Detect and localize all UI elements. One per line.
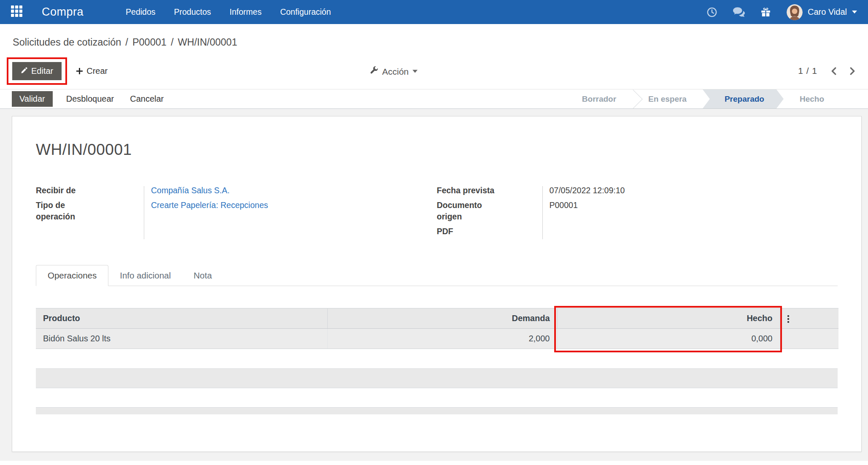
- breadcrumb: Solicitudes de cotización/P00001/WH/IN/0…: [0, 24, 868, 54]
- activities-clock-icon[interactable]: [707, 7, 717, 17]
- pager: 1 / 1: [798, 66, 855, 76]
- empty-section-bar: [36, 368, 838, 388]
- grid-icon: [11, 5, 22, 19]
- stage-borrador[interactable]: Borrador: [566, 89, 632, 108]
- unlock-button[interactable]: Desbloquear: [64, 90, 116, 108]
- pdf-value: [542, 226, 550, 237]
- notebook-tabs: Operaciones Info adicional Nota: [36, 265, 838, 286]
- stage-en-espera[interactable]: En espera: [632, 89, 703, 108]
- menu-pedidos[interactable]: Pedidos: [126, 7, 155, 17]
- operations-table: Producto Demanda Hecho Bidón Salus 20 lt…: [36, 308, 838, 349]
- partner-link[interactable]: Compañía Salus S.A.: [144, 185, 229, 196]
- tab-info-adicional[interactable]: Info adicional: [108, 265, 182, 286]
- pencil-icon: [21, 66, 27, 76]
- table-header-row: Producto Demanda Hecho: [36, 308, 838, 329]
- create-button[interactable]: Crear: [74, 62, 110, 80]
- edit-button[interactable]: Editar: [12, 62, 62, 80]
- cell-producto: Bidón Salus 20 lts: [36, 329, 327, 349]
- field-pdf: PDF: [437, 226, 838, 237]
- field-documento-origen: Documento origen P00001: [437, 200, 838, 222]
- page-body: WH/IN/00001 Recibir de Compañía Salus S.…: [0, 109, 868, 461]
- cancel-button[interactable]: Cancelar: [127, 90, 166, 108]
- column-header-producto[interactable]: Producto: [36, 308, 327, 329]
- tab-nota[interactable]: Nota: [182, 265, 223, 286]
- messages-chat-icon[interactable]: [733, 7, 745, 17]
- main-menu: Pedidos Productos Informes Configuración: [126, 7, 331, 17]
- empty-section-bar: [36, 407, 838, 414]
- field-separator-line: [144, 186, 144, 239]
- apps-menu-button[interactable]: [11, 5, 22, 19]
- cell-extra: [780, 329, 838, 349]
- chevron-down-icon: [852, 11, 857, 14]
- menu-informes[interactable]: Informes: [229, 7, 261, 17]
- plus-icon: [76, 68, 83, 74]
- menu-configuracion[interactable]: Configuración: [280, 7, 331, 17]
- operation-type-link[interactable]: Crearte Papelería: Recepciones: [144, 200, 268, 222]
- action-menu-button[interactable]: Acción: [370, 66, 418, 77]
- control-panel: Editar Crear Acción 1 / 1: [0, 54, 868, 89]
- source-document-value: P00001: [542, 200, 578, 222]
- avatar: [787, 4, 803, 20]
- field-recibir-de: Recibir de Compañía Salus S.A.: [36, 185, 437, 196]
- validate-button[interactable]: Validar: [12, 91, 53, 107]
- optional-columns-icon[interactable]: [787, 314, 790, 323]
- field-tipo-operacion: Tipo de operación Crearte Papelería: Rec…: [36, 200, 437, 222]
- stage-preparado[interactable]: Preparado: [703, 89, 784, 108]
- user-menu[interactable]: Caro Vidal: [787, 4, 857, 20]
- cell-demanda: 2,000: [327, 329, 557, 349]
- record-title: WH/IN/00001: [36, 141, 838, 159]
- user-name: Caro Vidal: [808, 7, 847, 17]
- form-sheet: WH/IN/00001 Recibir de Compañía Salus S.…: [12, 116, 862, 452]
- tab-operaciones[interactable]: Operaciones: [36, 265, 108, 286]
- field-fecha-prevista: Fecha prevista 07/05/2022 12:09:10: [437, 185, 838, 196]
- gift-icon[interactable]: [761, 7, 771, 17]
- cell-hecho: 0,000: [557, 329, 780, 349]
- table-row[interactable]: Bidón Salus 20 lts 2,000 0,000: [36, 329, 838, 349]
- chevron-down-icon: [412, 70, 418, 73]
- menu-productos[interactable]: Productos: [174, 7, 211, 17]
- wrench-icon: [370, 66, 378, 77]
- breadcrumb-link-p00001[interactable]: P00001: [132, 37, 167, 48]
- status-pipeline: Borrador En espera Preparado Hecho: [566, 89, 868, 108]
- app-name[interactable]: Compra: [42, 5, 84, 19]
- column-header-hecho[interactable]: Hecho: [557, 308, 780, 329]
- breadcrumb-link-solicitudes[interactable]: Solicitudes de cotización: [13, 37, 121, 48]
- field-group: Recibir de Compañía Salus S.A. Tipo de o…: [36, 185, 838, 241]
- stage-hecho[interactable]: Hecho: [784, 89, 840, 108]
- top-navbar: Compra Pedidos Productos Informes Config…: [0, 0, 868, 24]
- pager-value: 1 / 1: [798, 66, 817, 76]
- field-separator-line: [542, 186, 543, 239]
- status-bar: Validar Desbloquear Cancelar Borrador En…: [0, 89, 868, 109]
- breadcrumb-current: WH/IN/00001: [178, 37, 237, 48]
- annotation-edit-button: Editar: [7, 57, 67, 85]
- column-header-demanda[interactable]: Demanda: [327, 308, 557, 329]
- pager-next-button[interactable]: [850, 67, 855, 75]
- scheduled-date-value: 07/05/2022 12:09:10: [542, 185, 625, 196]
- pager-previous-button[interactable]: [831, 67, 836, 75]
